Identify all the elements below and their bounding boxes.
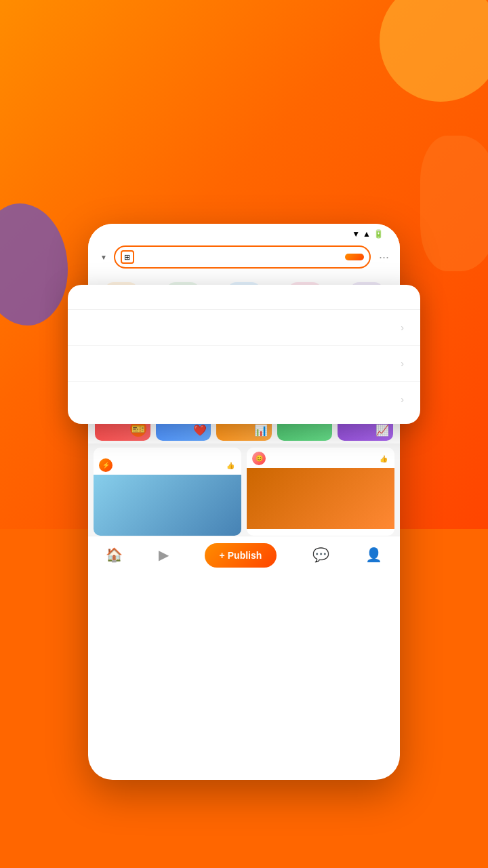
profile-icon: 👤 <box>365 547 382 563</box>
wifi-icon: ▼ <box>352 229 360 239</box>
card-2-meta: 😊 👍 <box>247 448 394 468</box>
search-area: ▼ ⊞ ··· <box>88 241 400 273</box>
publish-plus-icon: + <box>220 550 225 561</box>
settings-row-dark[interactable]: › <box>68 346 420 382</box>
nav-home[interactable]: 🏠 <box>106 547 123 564</box>
banner-live-stream-icon: 📈 <box>375 424 389 437</box>
banner-top-brand-icon: ❤️ <box>193 424 207 437</box>
settings-row-language[interactable]: › <box>68 382 420 417</box>
content-card-1[interactable]: ⚡ 👍 <box>94 448 241 536</box>
search-button[interactable] <box>345 254 364 260</box>
publish-label: Publish <box>228 550 262 561</box>
thumbs-up-icon: 👍 <box>226 462 235 469</box>
search-box[interactable]: ⊞ <box>114 245 371 269</box>
blob-decoration-right <box>420 136 488 271</box>
card-1-avatar: ⚡ <box>99 458 113 472</box>
card-1-image <box>94 475 241 536</box>
settings-language-right: › <box>401 394 404 405</box>
settings-row-elder[interactable]: › <box>68 310 420 346</box>
card-2-image <box>247 468 394 529</box>
nav-video[interactable]: ▶ <box>159 547 169 564</box>
content-cards-row: ⚡ 👍 😊 👍 <box>88 443 400 536</box>
nav-message[interactable]: 💬 <box>312 547 329 564</box>
content-card-2[interactable]: 😊 👍 <box>247 448 394 536</box>
more-options-icon[interactable]: ··· <box>378 250 390 264</box>
settings-header <box>68 285 420 310</box>
card-1-meta: ⚡ 👍 <box>94 456 241 475</box>
card-1-text <box>94 448 241 456</box>
settings-panel: › › › <box>68 285 420 424</box>
thumbs-up-2-icon: 👍 <box>380 455 388 462</box>
home-icon: 🏠 <box>106 547 123 563</box>
nav-me[interactable]: 👤 <box>365 547 382 564</box>
chevron-language-icon: › <box>401 394 404 405</box>
battery-icon: 🔋 <box>373 229 384 239</box>
card-1-likes: 👍 <box>226 462 236 469</box>
search-icon-box: ⊞ <box>121 250 134 264</box>
scan-icon: ⊞ <box>124 253 130 262</box>
settings-dark-right: › <box>398 358 404 369</box>
card-2-avatar: 😊 <box>252 452 266 465</box>
hero-title <box>0 41 488 102</box>
status-bar: ▼ ▲ 🔋 <box>88 224 400 241</box>
card-2-likes: 👍 <box>380 455 389 462</box>
chevron-elder-icon: › <box>401 322 404 333</box>
signal-icon: ▲ <box>363 229 371 239</box>
location-button[interactable]: ▼ <box>98 254 107 261</box>
chevron-dark-icon: › <box>401 358 404 369</box>
settings-elder-right: › <box>398 322 404 333</box>
bottom-nav: 🏠 ▶ + Publish 💬 👤 <box>88 536 400 577</box>
video-icon: ▶ <box>159 547 169 563</box>
hero-section <box>0 41 488 102</box>
banner-ranking-icon: 📊 <box>254 424 268 437</box>
publish-button[interactable]: + Publish <box>205 543 277 568</box>
message-icon: 💬 <box>312 547 329 563</box>
location-arrow-icon: ▼ <box>100 254 107 261</box>
status-icons: ▼ ▲ 🔋 <box>352 229 386 239</box>
